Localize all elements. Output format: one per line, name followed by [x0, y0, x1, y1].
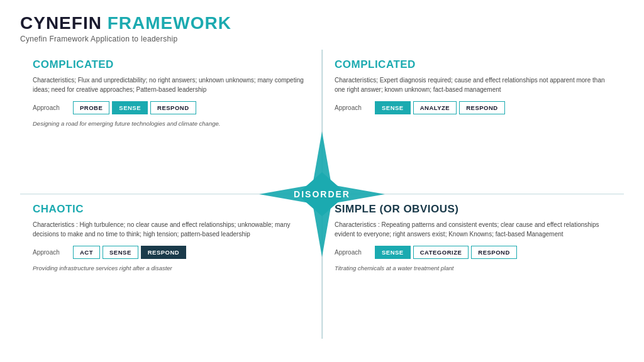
- disorder-label: DISORDER: [294, 189, 350, 199]
- header: CYNEFIN FRAMEWORK Cynefin Framework Appl…: [20, 14, 624, 43]
- respond-button-tl[interactable]: RESPOND: [150, 101, 196, 114]
- quadrant-top-right-desc: Characteristics; Expert diagnosis requir…: [335, 75, 611, 95]
- page-subtitle: Cynefin Framework Application to leaders…: [20, 35, 624, 43]
- approach-label-tl: Approach: [33, 104, 65, 111]
- quadrant-bottom-right-example: Titrating chemicals at a water treatment…: [335, 264, 611, 272]
- respond-button-br[interactable]: RESPOND: [471, 246, 516, 259]
- analyze-button[interactable]: ANALYZE: [413, 101, 457, 114]
- approach-row-top-left: Approach PROBE SENSE RESPOND: [33, 101, 309, 114]
- quadrant-top-left-desc: Characteristics; Flux and unpredictabili…: [33, 75, 309, 95]
- act-button[interactable]: ACT: [73, 246, 100, 259]
- probe-button[interactable]: PROBE: [73, 101, 109, 114]
- quadrant-bottom-left-example: Providing infrastructure services right …: [33, 264, 309, 272]
- respond-button-bl[interactable]: RESPOND: [141, 246, 186, 259]
- title-framework: FRAMEWORK: [108, 13, 231, 33]
- page: CYNEFIN FRAMEWORK Cynefin Framework Appl…: [0, 0, 644, 362]
- respond-button-tr[interactable]: RESPOND: [459, 101, 504, 114]
- page-title: CYNEFIN FRAMEWORK: [20, 14, 624, 33]
- approach-row-top-right: Approach SENSE ANALYZE RESPOND: [335, 101, 611, 114]
- sense-button-tr[interactable]: SENSE: [375, 101, 411, 114]
- quadrant-top-left-title: COMPLICATED: [33, 58, 309, 71]
- quadrant-top-right-title: COMPLICATED: [335, 58, 611, 71]
- center-disorder: DISORDER: [259, 131, 385, 257]
- categorize-button[interactable]: CATEGORIZE: [413, 246, 469, 259]
- sense-button-tl[interactable]: SENSE: [112, 101, 148, 114]
- content-grid: COMPLICATED Characteristics; Flux and un…: [20, 50, 624, 339]
- title-cynefin: CYNEFIN: [20, 13, 102, 33]
- approach-label-tr: Approach: [335, 104, 367, 111]
- quadrant-top-left-example: Designing a road for emerging future tec…: [33, 119, 309, 128]
- sense-button-bl[interactable]: SENSE: [103, 246, 138, 259]
- approach-label-bl: Approach: [33, 249, 65, 256]
